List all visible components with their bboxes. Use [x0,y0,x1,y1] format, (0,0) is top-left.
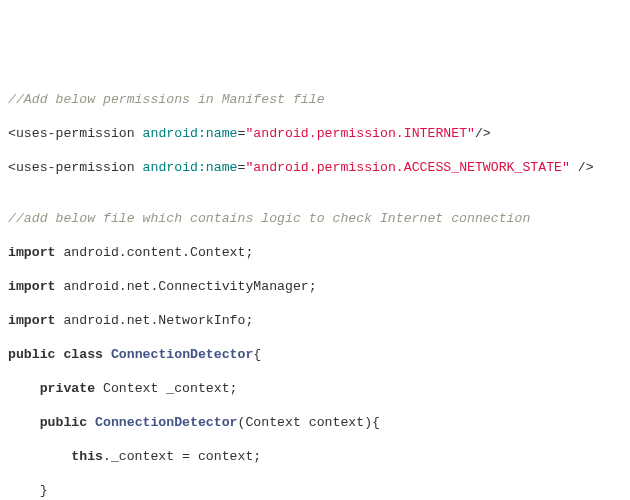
indent [8,381,40,396]
text: { [253,347,261,362]
text: (Context context){ [238,415,380,430]
comment: //Add below permissions in Manifest file [8,92,325,107]
code-line: } [8,482,622,499]
text: android.content.Context; [55,245,253,260]
code-line: import android.net.NetworkInfo; [8,312,622,329]
string: "android.permission.ACCESS_NETWORK_STATE… [245,160,569,175]
text: android.net.ConnectivityManager; [55,279,316,294]
space [135,126,143,141]
keyword: public [8,347,55,362]
xml-tag: uses-permission [16,126,135,141]
keyword: this [71,449,103,464]
xml-attr: android:name [143,126,238,141]
type: ConnectionDetector [95,415,237,430]
keyword: import [8,245,55,260]
code-block: //Add below permissions in Manifest file… [8,74,622,500]
space [87,415,95,430]
comment: //add below file which contains logic to… [8,211,530,226]
text: ._context = context; [103,449,261,464]
code-line: public ConnectionDetector(Context contex… [8,414,622,431]
code-line: this._context = context; [8,448,622,465]
code-line: import android.net.ConnectivityManager; [8,278,622,295]
keyword: private [40,381,95,396]
code-line: <uses-permission android:name="android.p… [8,159,622,176]
text: android.net.NetworkInfo; [55,313,253,328]
keyword: class [63,347,103,362]
type: ConnectionDetector [111,347,253,362]
indent [8,449,71,464]
xml-close: /> [475,126,491,141]
xml-close: /> [570,160,594,175]
code-line: private Context _context; [8,380,622,397]
xml-attr: android:name [143,160,238,175]
space [135,160,143,175]
code-line: public class ConnectionDetector{ [8,346,622,363]
keyword: import [8,279,55,294]
code-line: //Add below permissions in Manifest file [8,91,622,108]
code-line: <uses-permission android:name="android.p… [8,125,622,142]
text: Context _context; [95,381,237,396]
indent [8,415,40,430]
keyword: import [8,313,55,328]
code-line: import android.content.Context; [8,244,622,261]
keyword: public [40,415,87,430]
xml-open: < [8,126,16,141]
space [103,347,111,362]
xml-tag: uses-permission [16,160,135,175]
text: } [8,483,48,498]
string: "android.permission.INTERNET" [245,126,475,141]
code-line: //add below file which contains logic to… [8,210,622,227]
xml-open: < [8,160,16,175]
